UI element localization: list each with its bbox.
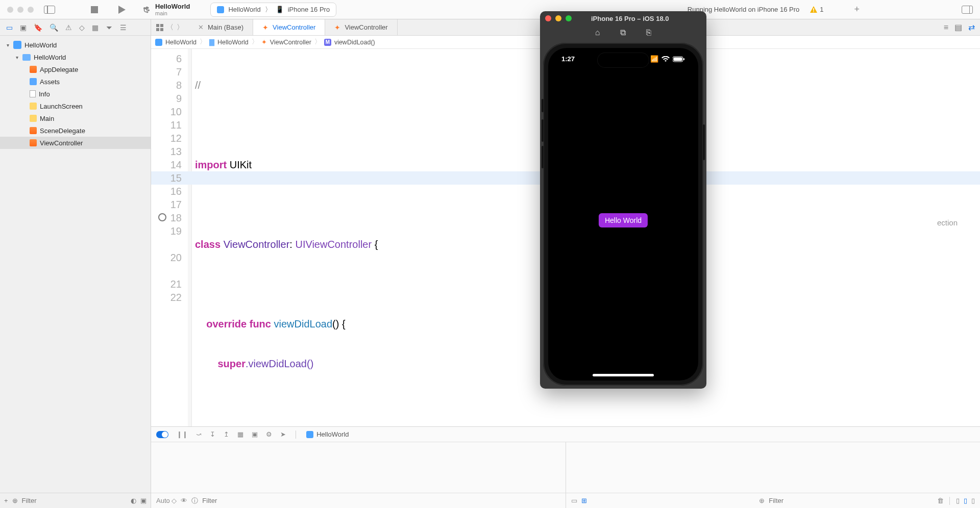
filter-scope-icon[interactable]: ⊕	[759, 497, 765, 504]
svg-rect-3	[160, 24, 163, 27]
console-filter-input[interactable]	[769, 497, 933, 504]
disclosure-triangle-icon[interactable]: ▾	[5, 42, 10, 48]
info-icon[interactable]: ⓘ	[191, 496, 198, 505]
home-button-icon[interactable]: ⌂	[595, 28, 600, 37]
adjust-editor-icon[interactable]: ⇄	[968, 22, 975, 32]
source-control-navigator-icon[interactable]: ▣	[20, 23, 27, 32]
show-variables-icon[interactable]: ▯	[956, 497, 960, 504]
close-window-icon[interactable]	[545, 15, 551, 21]
tree-file[interactable]: Assets	[0, 75, 151, 88]
swift-file-icon: ✦	[334, 23, 340, 32]
jump-file[interactable]: ViewController	[270, 39, 311, 46]
debug-memory-graph-icon[interactable]: ▣	[252, 430, 258, 438]
navigator-filter-input[interactable]	[22, 497, 127, 504]
folder-icon: ▇	[209, 38, 214, 46]
go-forward-button[interactable]: 〉	[177, 23, 184, 32]
jump-symbol[interactable]: viewDidLoad()	[334, 39, 375, 46]
minimize-window-icon[interactable]	[17, 7, 23, 13]
bookmark-navigator-icon[interactable]: 🔖	[34, 23, 42, 32]
scheme-selector[interactable]: HelloWorld main	[143, 3, 190, 16]
project-navigator-icon[interactable]: ▭	[6, 23, 13, 32]
editor-tab[interactable]: ✦ ViewController	[325, 19, 397, 35]
show-console-icon[interactable]: ▯	[964, 497, 967, 504]
close-window-icon[interactable]	[7, 7, 13, 13]
screenshot-icon[interactable]: ⧉	[620, 28, 626, 37]
hello-world-button[interactable]: Hello World	[599, 213, 648, 227]
folder-icon	[22, 54, 31, 61]
console-view[interactable]: ▭ ⊞ ⊕ 🗑 │ ▯ ▯ ▯	[566, 442, 981, 508]
svg-rect-2	[156, 24, 159, 27]
tree-file[interactable]: Main	[0, 112, 151, 124]
trash-icon[interactable]: 🗑	[937, 497, 944, 504]
minimize-window-icon[interactable]	[555, 15, 561, 21]
tree-file[interactable]: SceneDelegate	[0, 124, 151, 137]
svg-rect-4	[156, 28, 159, 31]
hide-debug-icon[interactable]: ▯	[971, 497, 975, 504]
editor-tab[interactable]: ✕ Main (Base)	[189, 19, 253, 35]
related-items-icon[interactable]	[156, 24, 163, 31]
eye-icon[interactable]: 👁	[181, 497, 187, 504]
project-name: HelloWorld	[24, 41, 57, 49]
mute-switch[interactable]	[542, 99, 544, 112]
window-traffic-lights[interactable]	[0, 7, 34, 13]
disclosure-triangle-icon[interactable]: ▾	[14, 55, 19, 60]
auto-scope[interactable]: Auto ◇	[156, 497, 177, 504]
jump-group[interactable]: HelloWorld	[217, 39, 249, 46]
stop-button[interactable]	[91, 6, 98, 13]
simulate-location-icon[interactable]: ➤	[280, 430, 286, 438]
close-tab-icon[interactable]: ✕	[198, 23, 204, 31]
project-navigator-tree[interactable]: ▾ HelloWorld ▾ HelloWorld AppDelegate As…	[0, 36, 151, 493]
filter-scope-icon[interactable]: ⊕	[12, 497, 18, 504]
test-navigator-icon[interactable]: ◇	[79, 23, 85, 32]
tree-file-selected[interactable]: ViewController	[0, 137, 151, 149]
breakpoint-navigator-icon[interactable]: ⏷	[106, 23, 113, 32]
step-out-button[interactable]: ↥	[224, 430, 229, 438]
warning-count: 1	[820, 6, 823, 13]
breakpoints-toggle[interactable]	[156, 431, 168, 438]
add-button[interactable]: +	[4, 497, 8, 504]
navigator-selector-bar[interactable]: ▭ ▣ 🔖 🔍 ⚠ ◇ ▦ ⏷ ☰	[0, 19, 151, 36]
go-back-button[interactable]: 〈	[166, 23, 174, 32]
code-fold-ribbon[interactable]	[188, 49, 192, 426]
home-indicator[interactable]	[593, 374, 654, 376]
environment-overrides-icon[interactable]: ⚙	[266, 430, 272, 438]
tree-file[interactable]: Info	[0, 88, 151, 100]
debug-navigator-icon[interactable]: ▦	[92, 23, 99, 32]
variables-filter-input[interactable]	[202, 497, 560, 504]
tree-file[interactable]: AppDelegate	[0, 63, 151, 75]
tree-project-root[interactable]: ▾ HelloWorld	[0, 39, 151, 51]
tree-file[interactable]: LaunchScreen	[0, 100, 151, 112]
line-number-gutter[interactable]: 67891011121314151617 18 19202122	[151, 49, 188, 426]
report-navigator-icon[interactable]: ☰	[120, 23, 127, 32]
debug-view-hierarchy-icon[interactable]: ▦	[237, 430, 243, 438]
minimap-icon[interactable]: ▤	[954, 22, 962, 32]
run-destination-selector[interactable]: HelloWorld 〉 📱 iPhone 16 Pro	[210, 3, 336, 17]
recent-filter-icon[interactable]: ◐	[131, 497, 136, 504]
zoom-window-icon[interactable]	[566, 15, 572, 21]
toggle-navigator-icon[interactable]	[44, 6, 55, 14]
editor-tab-active[interactable]: ✦ ViewController	[253, 19, 325, 35]
svg-rect-7	[674, 57, 682, 61]
pause-button[interactable]: ❙❙	[177, 430, 188, 438]
rotate-icon[interactable]: ⎘	[646, 28, 651, 37]
editor-options-icon[interactable]: ≡	[944, 23, 948, 32]
variables-view[interactable]: Auto ◇ 👁 ⓘ	[151, 442, 566, 508]
storyboard-file-icon	[30, 115, 37, 122]
new-tab-button[interactable]: +	[854, 4, 860, 15]
metadata-icon[interactable]: ⊞	[581, 497, 587, 504]
console-output-icon[interactable]: ▭	[571, 497, 577, 504]
ibaction-connection-icon[interactable]	[158, 213, 166, 221]
step-over-button[interactable]: ⤻	[196, 430, 202, 438]
step-into-button[interactable]: ↧	[210, 430, 215, 438]
issue-navigator-icon[interactable]: ⚠	[65, 23, 72, 32]
device-screen[interactable]: 1:27 📶 Hello World	[548, 48, 698, 380]
zoom-window-icon[interactable]	[28, 7, 34, 13]
toggle-inspector-icon[interactable]	[962, 6, 973, 14]
find-navigator-icon[interactable]: 🔍	[50, 23, 58, 32]
scm-filter-icon[interactable]: ▣	[140, 497, 146, 504]
issues-badge[interactable]: 1	[810, 6, 823, 14]
tree-group[interactable]: ▾ HelloWorld	[0, 51, 151, 63]
jump-project[interactable]: HelloWorld	[165, 39, 197, 46]
run-button[interactable]	[118, 6, 126, 14]
debug-process[interactable]: HelloWorld	[306, 430, 349, 438]
